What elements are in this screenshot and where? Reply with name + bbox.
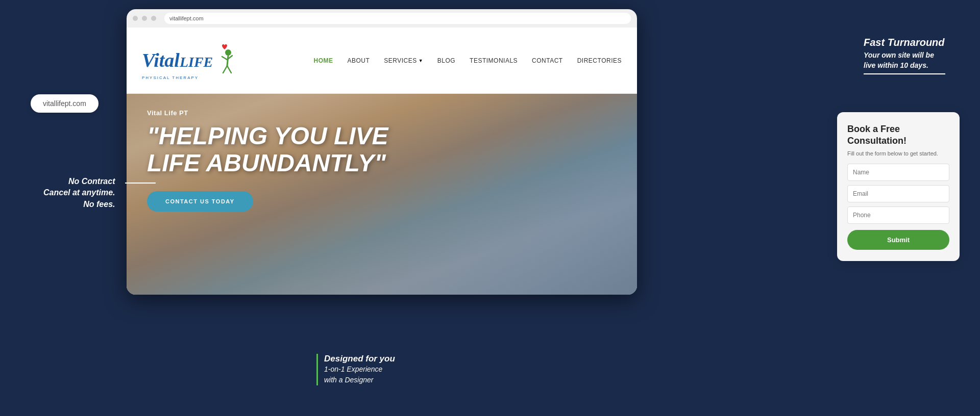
chevron-down-icon: ▼ (419, 58, 423, 63)
designed-desc1: 1-on-1 Experience (324, 364, 395, 375)
designed-for-you: Designed for you 1-on-1 Experience with … (316, 354, 395, 385)
designed-title: Designed for you (324, 354, 395, 364)
fast-turnaround: Fast Turnaround Your own site will be li… (864, 37, 945, 74)
nav-links: HOME ABOUT SERVICES ▼ BLOG TESTIMONIALS … (313, 57, 622, 64)
svg-line-4 (223, 66, 227, 73)
email-input[interactable] (847, 185, 949, 202)
browser-dot-red (133, 16, 138, 21)
consultation-card: Book a Free Consultation! Fill out the f… (837, 112, 960, 261)
nav-home[interactable]: HOME (313, 57, 333, 64)
browser-dot-green (151, 16, 156, 21)
consultation-title: Book a Free Consultation! (847, 123, 949, 147)
name-input[interactable] (847, 164, 949, 181)
logo-figure-icon (213, 41, 238, 80)
svg-point-0 (225, 49, 231, 56)
hero-brand: Vital Life PT (147, 109, 617, 117)
no-contract-text: No Contract Cancel at anytime. No fees. (43, 176, 115, 210)
designed-desc2: with a Designer (324, 375, 395, 385)
nav-directories[interactable]: DIRECTORIES (577, 57, 622, 64)
browser-dot-yellow (142, 16, 147, 21)
nav-contact[interactable]: CONTACT (532, 57, 563, 64)
fast-turnaround-desc2: live within 10 days. (864, 61, 945, 71)
browser-mockup: vitallifept.com VitalLIFE (127, 9, 637, 295)
url-badge: vitallifept.com (31, 94, 99, 113)
nav-about[interactable]: ABOUT (347, 57, 370, 64)
hero-section: Vital Life PT "HELPING YOU LIVE LIFE ABU… (127, 94, 637, 295)
fast-turnaround-title: Fast Turnaround (864, 37, 945, 48)
hero-content: Vital Life PT "HELPING YOU LIVE LIFE ABU… (127, 94, 637, 227)
browser-chrome: vitallifept.com (127, 9, 637, 28)
svg-line-5 (227, 66, 231, 73)
fast-turnaround-divider (864, 73, 945, 74)
nav-services[interactable]: SERVICES (384, 57, 416, 64)
browser-url-bar[interactable]: vitallifept.com (164, 13, 631, 24)
phone-input[interactable] (847, 206, 949, 224)
nav-blog[interactable]: BLOG (437, 57, 455, 64)
logo-subtitle: PHYSICAL THERAPY (142, 75, 199, 80)
nav-testimonials[interactable]: TESTIMONIALS (470, 57, 518, 64)
nav-bar: VitalLIFE (127, 28, 637, 94)
no-contract-divider (125, 183, 156, 184)
logo: VitalLIFE (142, 41, 238, 80)
fast-turnaround-desc1: Your own site will be (864, 50, 945, 61)
svg-line-1 (227, 56, 228, 66)
consultation-subtitle: Fill out the form below to get started. (847, 150, 949, 157)
svg-line-2 (222, 57, 227, 60)
website-content: VitalLIFE (127, 28, 637, 295)
hero-headline: "HELPING YOU LIVE LIFE ABUNDANTLY" (147, 123, 433, 177)
cta-button[interactable]: CONTACT US TODAY (147, 191, 253, 212)
submit-button[interactable]: Submit (847, 230, 949, 250)
logo-wordmark: VitalLIFE (142, 49, 213, 71)
